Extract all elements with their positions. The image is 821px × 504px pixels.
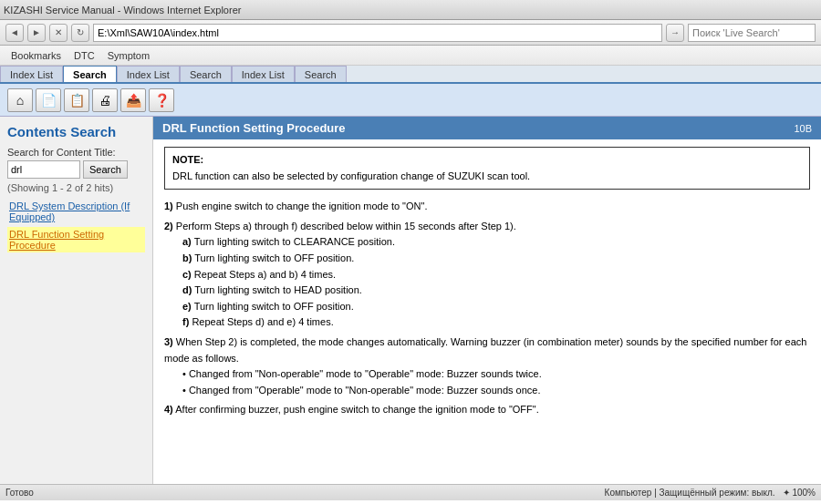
step-3: 3) When Step 2) is completed, the mode c…	[164, 334, 810, 398]
result-count: (Showing 1 - 2 of 2 hits)	[7, 182, 145, 193]
search-label: Search for Content Title:	[7, 147, 145, 158]
security-info: Компьютер | Защищённый режим: выкл.	[605, 488, 775, 498]
step-2-num: 2)	[164, 221, 173, 231]
icon-toolbar: ⌂ 📄 📋 🖨 📤 ❓	[0, 84, 821, 117]
step-2-substeps: a) Turn lighting switch to CLEARANCE pos…	[164, 234, 810, 331]
home-icon-btn[interactable]: ⌂	[7, 88, 33, 112]
print-icon-btn[interactable]: 🖨	[92, 88, 118, 112]
content-area: DRL Function Setting Procedure 10B NOTE:…	[153, 117, 821, 484]
new-doc-icon-btn[interactable]: 📄	[36, 88, 61, 112]
address-bar[interactable]	[93, 24, 662, 42]
refresh-button[interactable]: ↻	[71, 24, 89, 42]
status-right: Компьютер | Защищённый режим: выкл. ✦ 10…	[605, 488, 816, 498]
step-4-text: After confirming buzzer, push engine swi…	[175, 404, 539, 415]
help-icon-btn[interactable]: ❓	[149, 88, 174, 112]
browser-toolbar: ◄ ► ✕ ↻ →	[0, 20, 821, 46]
substep-a: a) Turn lighting switch to CLEARANCE pos…	[182, 234, 810, 251]
browser-titlebar: KIZASHI Service Manual - Windows Interne…	[0, 0, 821, 20]
note-text: DRL function can also be selected by con…	[172, 170, 530, 181]
steps-list: 1) Push engine switch to change the igni…	[164, 199, 810, 418]
forward-button[interactable]: ►	[27, 24, 46, 42]
main-layout: Contents Search Search for Content Title…	[0, 117, 821, 484]
substep-e: e) Turn lighting switch to OFF position.	[182, 299, 810, 315]
back-button[interactable]: ◄	[5, 24, 24, 42]
export-icon-btn[interactable]: 📤	[120, 88, 146, 112]
menu-symptom[interactable]: Symptom	[102, 48, 155, 63]
result-link-1[interactable]: DRL System Description (If Equipped)	[7, 199, 145, 224]
status-bar: Готово Компьютер | Защищённый режим: вык…	[0, 484, 821, 500]
tabs-row: Index List Search Index List Search Inde…	[0, 66, 821, 84]
step-1: 1) Push engine switch to change the igni…	[164, 199, 810, 215]
step-2: 2) Perform Steps a) through f) described…	[164, 219, 810, 331]
menu-dtc[interactable]: DTC	[68, 48, 100, 63]
sidebar: Contents Search Search for Content Title…	[0, 117, 153, 484]
step-4-num: 4)	[164, 404, 173, 415]
substep-c: c) Repeat Steps a) and b) 4 times.	[182, 267, 810, 283]
note-box: NOTE: DRL function can also be selected …	[164, 147, 810, 190]
result-link-2[interactable]: DRL Function Setting Procedure	[7, 227, 145, 252]
bullet-2: Changed from "Operable" mode to "Non-ope…	[182, 383, 810, 399]
content-search-input[interactable]	[7, 160, 80, 179]
note-label: NOTE:	[172, 154, 203, 165]
tab-search-2[interactable]: Search	[180, 66, 232, 82]
tab-index-list-3[interactable]: Index List	[232, 66, 295, 82]
search-row: Search	[7, 160, 145, 179]
sidebar-title: Contents Search	[7, 124, 145, 139]
content-body: NOTE: DRL function can also be selected …	[153, 139, 821, 429]
browser-title: KIZASHI Service Manual - Windows Interne…	[4, 5, 241, 15]
substep-f: f) Repeat Steps d) and e) 4 times.	[182, 314, 810, 331]
tab-index-list-2[interactable]: Index List	[117, 66, 180, 82]
step-3-bullets: Changed from "Non-operable" mode to "Ope…	[164, 366, 810, 398]
bullet-1: Changed from "Non-operable" mode to "Ope…	[182, 366, 810, 383]
step-4: 4) After confirming buzzer, push engine …	[164, 402, 810, 418]
menu-bookmarks[interactable]: Bookmarks	[5, 48, 67, 63]
substep-d: d) Turn lighting switch to HEAD position…	[182, 283, 810, 299]
step-1-num: 1)	[164, 201, 173, 211]
content-title: DRL Function Setting Procedure	[162, 121, 346, 135]
step-2-text: Perform Steps a) through f) described be…	[176, 221, 516, 231]
go-button[interactable]: →	[666, 24, 684, 42]
content-search-button[interactable]: Search	[83, 160, 128, 179]
step-1-text: Push engine switch to change the ignitio…	[176, 201, 428, 211]
open-doc-icon-btn[interactable]: 📋	[64, 88, 89, 112]
status-left: Готово	[5, 488, 34, 498]
substep-b: b) Turn lighting switch to OFF position.	[182, 251, 810, 267]
tab-search-3[interactable]: Search	[295, 66, 347, 82]
menu-bar: Bookmarks DTC Symptom	[0, 46, 821, 66]
step-3-num: 3)	[164, 336, 173, 347]
step-3-text: When Step 2) is completed, the mode chan…	[164, 336, 806, 364]
tab-search-1[interactable]: Search	[63, 66, 117, 82]
tab-index-list-1[interactable]: Index List	[0, 66, 63, 82]
stop-button[interactable]: ✕	[49, 24, 68, 42]
page-number: 10B	[794, 123, 812, 134]
live-search-input[interactable]	[688, 24, 816, 42]
zoom-indicator: ✦ 100%	[783, 488, 816, 498]
content-header: DRL Function Setting Procedure 10B	[153, 117, 821, 139]
